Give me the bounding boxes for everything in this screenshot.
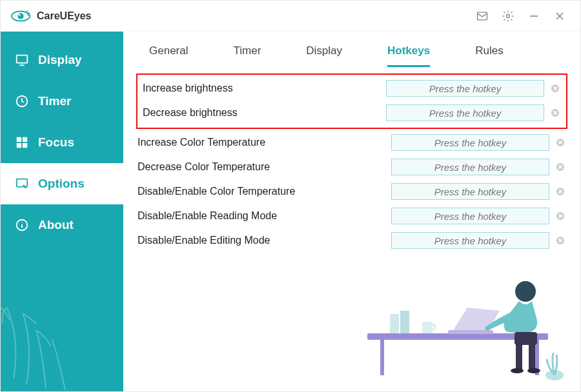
svg-rect-27 <box>380 340 384 375</box>
content-area: General Timer Display Hotkeys Rules Incr… <box>123 32 580 391</box>
svg-rect-37 <box>529 344 535 369</box>
svg-point-34 <box>515 281 536 302</box>
hotkey-label: Increase brightness <box>141 83 386 94</box>
svg-rect-15 <box>17 179 28 187</box>
svg-rect-26 <box>367 333 548 340</box>
sidebar-item-label: Timer <box>38 94 71 108</box>
about-icon <box>15 218 29 232</box>
hotkey-input-toggle-editing-mode[interactable] <box>391 232 549 249</box>
svg-rect-35 <box>515 332 537 345</box>
tab-hotkeys[interactable]: Hotkeys <box>387 44 430 67</box>
svg-point-1 <box>17 13 23 19</box>
svg-rect-14 <box>23 143 27 148</box>
options-icon <box>15 177 29 191</box>
clear-icon[interactable] <box>548 106 562 120</box>
app-title: CareUEyes <box>37 10 92 22</box>
svg-rect-30 <box>390 314 399 333</box>
hotkey-row: Decrease Color Temperature <box>136 155 567 179</box>
body-area: Display Timer Focus Options <box>1 32 580 391</box>
sidebar-item-timer[interactable]: Timer <box>1 81 123 122</box>
svg-rect-32 <box>422 322 433 333</box>
clear-icon[interactable] <box>553 233 567 248</box>
timer-icon <box>15 94 29 108</box>
app-logo-icon <box>11 6 30 26</box>
tabs: General Timer Display Hotkeys Rules <box>123 32 580 67</box>
clear-icon[interactable] <box>553 184 567 199</box>
sidebar-item-label: Display <box>38 53 82 67</box>
svg-rect-3 <box>478 12 487 20</box>
hotkey-label: Decrease Color Temperature <box>136 161 391 173</box>
hotkey-row: Increase Color Temperature <box>136 130 567 155</box>
settings-icon[interactable] <box>495 3 521 29</box>
svg-rect-11 <box>17 137 21 142</box>
hotkey-row: Disable/Enable Color Temperature <box>136 179 567 204</box>
hotkey-input-increase-color-temp[interactable] <box>391 134 549 151</box>
svg-rect-29 <box>448 330 493 334</box>
minimize-button[interactable] <box>521 3 547 29</box>
hotkey-label: Disable/Enable Color Temperature <box>136 186 391 197</box>
hotkey-row: Disable/Enable Reading Mode <box>136 204 567 228</box>
focus-icon <box>15 135 29 150</box>
sidebar-item-label: Options <box>38 177 85 191</box>
sidebar: Display Timer Focus Options <box>1 32 123 391</box>
svg-rect-13 <box>17 143 21 148</box>
clear-icon[interactable] <box>553 209 567 223</box>
clear-icon[interactable] <box>553 160 567 174</box>
svg-rect-8 <box>17 55 28 63</box>
svg-rect-28 <box>535 340 539 375</box>
hotkey-input-increase-brightness[interactable] <box>386 80 544 97</box>
close-button[interactable] <box>547 3 573 29</box>
tab-timer[interactable]: Timer <box>233 44 261 67</box>
hotkey-row: Decrease brightness <box>141 101 562 125</box>
hotkey-row: Increase brightness <box>141 76 562 101</box>
sidebar-item-focus[interactable]: Focus <box>1 122 123 163</box>
svg-point-4 <box>507 14 510 17</box>
hotkey-row: Disable/Enable Editing Mode <box>136 228 567 253</box>
svg-point-33 <box>545 370 564 380</box>
clear-icon[interactable] <box>553 135 567 150</box>
hotkey-input-decrease-brightness[interactable] <box>386 104 544 121</box>
display-icon <box>15 53 29 67</box>
tab-rules[interactable]: Rules <box>475 44 503 67</box>
tab-display[interactable]: Display <box>306 44 342 67</box>
illustration-icon <box>354 250 574 385</box>
sidebar-item-label: Focus <box>38 135 74 150</box>
feedback-icon[interactable] <box>469 3 495 29</box>
svg-rect-36 <box>516 344 522 369</box>
sidebar-item-display[interactable]: Display <box>1 39 123 81</box>
app-window: CareUEyes Display <box>0 0 581 392</box>
hotkey-label: Decrease brightness <box>141 107 386 119</box>
sidebar-item-options[interactable]: Options <box>1 163 123 204</box>
hotkey-label: Increase Color Temperature <box>136 137 391 148</box>
tab-general[interactable]: General <box>149 44 188 67</box>
hotkey-input-decrease-color-temp[interactable] <box>391 159 549 175</box>
sidebar-item-about[interactable]: About <box>1 204 123 246</box>
svg-point-39 <box>527 368 540 373</box>
highlight-box: Increase brightness Decrease brightness <box>136 74 567 129</box>
svg-point-2 <box>19 14 21 15</box>
hotkey-label: Disable/Enable Editing Mode <box>136 235 391 246</box>
hotkey-list: Increase brightness Decrease brightness <box>123 67 580 253</box>
titlebar: CareUEyes <box>1 1 580 32</box>
svg-point-38 <box>511 368 524 373</box>
sidebar-item-label: About <box>38 218 74 232</box>
hotkey-label: Disable/Enable Reading Mode <box>136 210 391 222</box>
hotkey-input-toggle-reading-mode[interactable] <box>391 208 549 224</box>
svg-rect-31 <box>400 311 409 333</box>
hotkey-input-toggle-color-temp[interactable] <box>391 183 549 200</box>
clear-icon[interactable] <box>548 81 562 95</box>
svg-rect-12 <box>23 137 27 142</box>
